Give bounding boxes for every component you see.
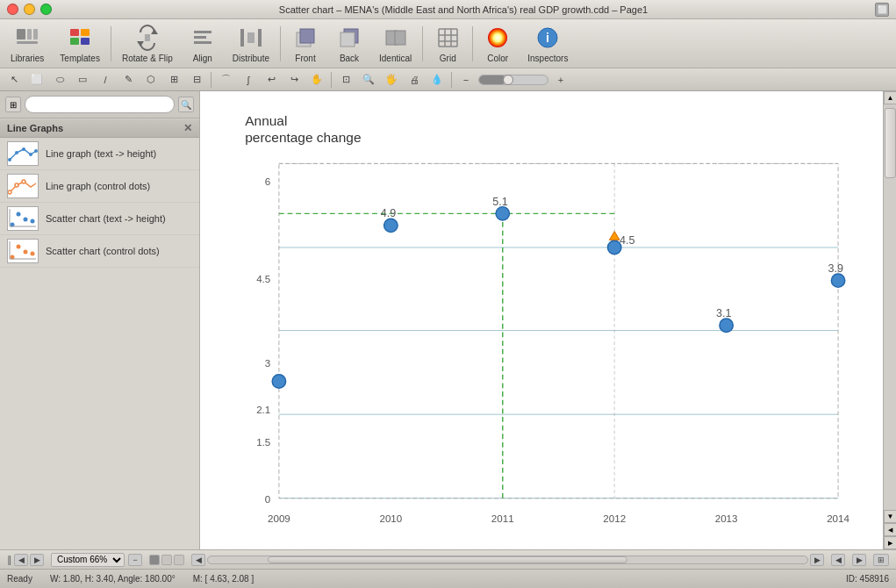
close-button[interactable] [7,4,18,15]
svg-point-31 [488,28,507,47]
scroll-up-arrow[interactable]: ▲ [884,91,896,104]
svg-point-43 [17,212,21,217]
svg-point-39 [8,190,11,194]
data-point-2011[interactable] [496,207,509,220]
template-item-line-text[interactable]: Line graph (text -> height) [0,138,199,170]
data-point-2009[interactable] [272,375,285,388]
undo-tool[interactable]: ↩ [261,70,282,90]
rect-select-tool[interactable]: ⬜ [26,70,47,90]
eyedropper-tool[interactable]: 💧 [426,70,448,90]
section-close-button[interactable]: ✕ [183,122,192,134]
sep2 [280,26,281,61]
svg-marker-8 [151,29,158,34]
chart-svg: Annual percentage change 0 1.5 2.1 3 4.5… [200,91,883,549]
templates-label: Templates [60,54,100,63]
t2-sep2 [331,72,332,88]
curve-tool[interactable]: ∫ [238,70,259,90]
bottom-toolbar: ‖ ◀ ▶ Custom 66% 50% 75% 100% − ◀ ▶ ◀ ▶ … [0,549,896,569]
extra-page-btn[interactable]: ⊞ [873,554,889,566]
print-tool[interactable]: 🖨 [404,70,425,90]
pan-tool[interactable]: 🖐 [381,70,402,90]
grid-button[interactable]: Grid [426,20,469,67]
zoom-in[interactable]: 🔍 [358,70,379,90]
hand-tool[interactable]: ✋ [306,70,327,90]
template-item-line-control[interactable]: Line graph (control dots) [0,170,199,203]
sep3 [422,26,423,61]
align-button[interactable]: Align [182,20,224,67]
main-content: ⊞ 🔍 Line Graphs ✕ [0,91,896,549]
zoom-slider[interactable] [478,75,548,85]
h-scrollbar[interactable] [207,556,808,564]
zoom-dec-button[interactable]: − [128,554,142,566]
scroll-left-button[interactable]: ◀ [191,554,205,566]
pen-tool[interactable]: ✎ [118,70,139,90]
search-button[interactable]: 🔍 [178,97,194,112]
window-controls[interactable] [7,4,52,15]
svg-text:0: 0 [265,494,270,505]
path-tool[interactable]: ⌒ [215,70,236,90]
page-dot-3[interactable] [174,555,184,565]
identical-button[interactable]: Identical [372,20,419,67]
redo-tool[interactable]: ↪ [283,70,305,90]
rotate-flip-button[interactable]: Rotate & Flip [115,20,180,67]
template-item-scatter-text[interactable]: Scatter chart (text -> height) [0,203,199,235]
minimize-button[interactable] [24,4,35,15]
goto-next-page[interactable]: ▶ [852,554,866,566]
line-tool[interactable]: / [95,70,116,90]
right-scrollbar[interactable]: ▲ ▼ ◀ ▶ [883,91,896,549]
select-tool[interactable]: ↖ [4,70,25,90]
rounded-rect-tool[interactable]: ▭ [72,70,93,90]
data-point-2010[interactable] [384,219,398,232]
table-tool[interactable]: ⊟ [186,70,207,90]
sep1 [111,26,111,61]
svg-rect-3 [17,41,38,44]
data-point-2013[interactable] [720,319,733,332]
page-dot-1[interactable] [149,555,160,565]
zoom-select[interactable]: Custom 66% 50% 75% 100% [51,553,125,567]
data-point-2014[interactable] [831,274,844,287]
back-label: Back [340,54,359,63]
templates-button[interactable]: Templates [53,20,107,67]
libraries-button[interactable]: Libraries [4,20,51,67]
oval-tool[interactable]: ⬭ [49,70,70,90]
zoom-in-btn[interactable]: + [550,70,571,90]
svg-rect-7 [81,38,90,45]
scroll-track[interactable] [884,104,896,510]
goto-prev-page[interactable]: ◀ [831,554,845,566]
svg-point-40 [15,183,18,187]
scroll-bottom-extra1[interactable]: ◀ [884,523,896,536]
view-toggle-button[interactable]: ⊞ [5,97,21,112]
front-button[interactable]: Front [284,20,326,67]
zoom-out-btn[interactable]: − [455,70,477,90]
zoom-fit[interactable]: ⊡ [335,70,356,90]
group-tool[interactable]: ⊞ [163,70,184,90]
color-button[interactable]: Color [477,20,519,67]
inspectors-button[interactable]: i Inspectors [520,20,575,67]
restore-button[interactable]: ⬜ [875,3,889,17]
scroll-thumb[interactable] [885,108,896,178]
scroll-down-arrow[interactable]: ▼ [884,510,896,523]
template-thumb-scatter-control [7,239,39,263]
svg-rect-0 [17,29,25,39]
zoom-slider-thumb[interactable] [503,75,513,85]
prev-page-button[interactable]: ◀ [14,554,28,566]
page-dot-2[interactable] [161,555,172,565]
svg-rect-1 [27,29,32,39]
main-toolbar: Libraries Templates Rotate & Flip [0,19,896,68]
back-button[interactable]: Back [328,20,370,67]
grid-label: Grid [440,54,456,63]
search-input[interactable] [25,96,175,113]
polygon-tool[interactable]: ⬡ [140,70,161,90]
chart-area: Annual percentage change 0 1.5 2.1 3 4.5… [200,91,883,549]
template-item-scatter-control[interactable]: Scatter chart (control dots) [0,235,199,268]
h-scroll-area: ◀ ▶ [191,554,824,566]
align-label: Align [193,54,212,63]
scroll-bottom-extra2[interactable]: ▶ [884,536,896,549]
next-page-button[interactable]: ▶ [30,554,44,566]
libraries-label: Libraries [11,54,44,63]
h-scroll-thumb[interactable] [268,556,627,563]
scroll-right-button[interactable]: ▶ [810,554,824,566]
svg-point-37 [29,153,32,156]
distribute-button[interactable]: Distribute [226,20,276,67]
maximize-button[interactable] [40,4,52,15]
